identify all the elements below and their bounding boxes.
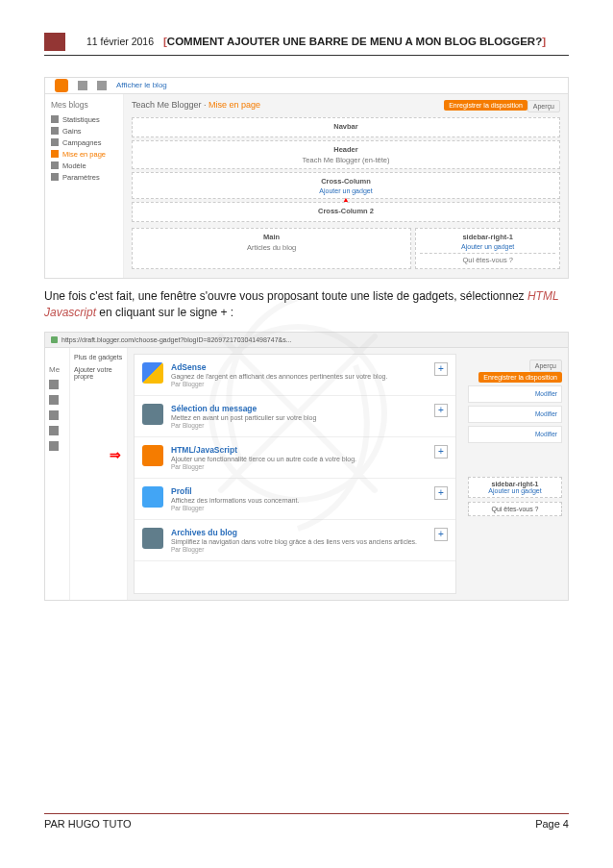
para-pre: Une fois c'est fait, une fenêtre s'ouvre… [44, 289, 527, 303]
add-gadget-link-side[interactable]: Ajouter un gadget [420, 243, 555, 250]
mini-icon-1[interactable] [49, 380, 59, 389]
gadget-desc: Affichez des informations vous concernan… [171, 496, 427, 505]
right-add-gadget[interactable]: Ajouter un gadget [472, 487, 558, 494]
breadcrumb: Teach Me Blogger · Mise en page Aperçu E… [132, 100, 560, 110]
breadcrumb-sep: · [204, 100, 207, 110]
preview-button-2[interactable]: Aperçu [529, 360, 562, 372]
gadget-desc: Ajouter une fonctionnalité tierce ou un … [171, 455, 427, 463]
blogger-main: Teach Me Blogger · Mise en page Aperçu E… [124, 94, 568, 278]
who-widget[interactable]: Qui êtes-vous ? [420, 253, 555, 264]
mini-icon-2[interactable] [49, 395, 59, 405]
blogger-sidebar: Mes blogs Statistiques Gains Campagnes M… [45, 94, 124, 278]
modify-row-3[interactable]: Modifier [468, 426, 562, 443]
mini-sidebar: Me [45, 348, 70, 600]
right-who-box[interactable]: Qui êtes-vous ? [468, 502, 562, 516]
template-icon [51, 161, 59, 169]
sidebar-item-earnings[interactable]: Gains [51, 127, 117, 136]
gadget-html-javascript[interactable]: ⇒ HTML/JavaScript Ajouter une fonctionna… [135, 437, 455, 479]
instruction-paragraph: Une fois c'est fait, une fenêtre s'ouvre… [44, 288, 569, 322]
html-js-icon [142, 445, 163, 466]
gadget-title: HTML/JavaScript [171, 445, 427, 455]
breadcrumb-page: Mise en page [208, 100, 260, 110]
me-label: Me [49, 365, 65, 374]
panel-more-gadgets[interactable]: Plus de gadgets [74, 354, 123, 360]
url-text: https://draft.blogger.com/choose-gadget?… [61, 336, 292, 343]
settings-icon [51, 173, 59, 181]
layout-navbar[interactable]: Navbar [132, 117, 560, 137]
gadget-title: Sélection du message [171, 404, 427, 413]
mini-icon-3[interactable] [49, 410, 59, 420]
list-icon [97, 81, 107, 90]
gadget-featured-post[interactable]: Sélection du message Mettez en avant un … [135, 396, 455, 437]
gadget-desc: Mettez en avant un post particulier sur … [171, 413, 427, 422]
header-title: [COMMENT AJOUTER UNE BARRE DE MENU A MON… [159, 33, 569, 51]
save-layout-button[interactable]: Enregistrer la disposition [444, 100, 527, 111]
preview-button[interactable]: Aperçu [527, 100, 560, 112]
gadget-by: Par Blogger [171, 505, 427, 511]
document-content: Afficher le blog Mes blogs Statistiques … [44, 56, 569, 813]
layout-cross-column-2[interactable]: Cross-Column 2 [132, 202, 560, 222]
gadget-title: AdSense [171, 362, 427, 372]
gadget-desc: Simplifiez la navigation dans votre blog… [171, 537, 427, 546]
archive-icon [142, 528, 163, 549]
gadget-desc: Gagnez de l'argent en affichant des anno… [171, 372, 427, 381]
right-sidebar-box[interactable]: sidebar-right-1 Ajouter un gadget [468, 477, 562, 498]
gadget-profile[interactable]: Profil Affichez des informations vous co… [135, 479, 455, 520]
header-date-box: 11 février 2016 [44, 33, 159, 51]
layout-sidebar-right[interactable]: sidebar-right-1 Ajouter un gadget Qui êt… [415, 228, 560, 269]
layout-header[interactable]: HeaderTeach Me Blogger (en-tête) [132, 140, 560, 169]
mini-icon-4[interactable] [49, 426, 59, 435]
profile-icon [142, 486, 163, 508]
featured-icon [142, 404, 163, 425]
stats-icon [51, 115, 59, 123]
mini-icon-5[interactable] [49, 441, 59, 451]
adsense-icon [142, 362, 163, 384]
layout-main[interactable]: MainArticles du blog [132, 228, 411, 269]
modify-row-2[interactable]: Modifier [468, 406, 562, 423]
pencil-icon [78, 81, 87, 90]
gadget-title: Profil [171, 486, 427, 496]
layout-editor: Navbar HeaderTeach Me Blogger (en-tête) … [132, 117, 560, 272]
view-blog-link[interactable]: Afficher le blog [116, 81, 167, 89]
footer-page: Page 4 [535, 818, 569, 830]
browser-address-bar: https://draft.blogger.com/choose-gadget?… [45, 333, 568, 348]
add-button[interactable]: + [434, 528, 448, 541]
layout-cross-column[interactable]: Cross-Column Ajouter un gadget ▲ [132, 172, 560, 199]
add-button[interactable]: + [434, 486, 448, 500]
layout-icon [51, 150, 59, 158]
sidebar-item-stats[interactable]: Statistiques [51, 115, 117, 124]
gadget-by: Par Blogger [171, 381, 427, 387]
blogger-logo-icon [55, 79, 68, 92]
gadget-by: Par Blogger [171, 546, 427, 553]
header-date: 11 février 2016 [44, 36, 159, 47]
blogger-body: Mes blogs Statistiques Gains Campagnes M… [45, 94, 568, 278]
document-page: 11 février 2016 [COMMENT AJOUTER UNE BAR… [0, 0, 613, 868]
para-post: en cliquant sur le signe + : [96, 306, 233, 319]
add-button[interactable]: + [434, 404, 448, 417]
sidebar-item-settings[interactable]: Paramètres [51, 173, 117, 182]
breadcrumb-blog[interactable]: Teach Me Blogger [132, 100, 202, 110]
add-button[interactable]: + [434, 362, 448, 376]
gadget-by: Par Blogger [171, 463, 427, 470]
screenshot-blogger-layout: Afficher le blog Mes blogs Statistiques … [44, 77, 569, 279]
panel-add-own[interactable]: Ajouter votre propre [74, 366, 123, 380]
earnings-icon [51, 127, 59, 135]
document-footer: PAR HUGO TUTO Page 4 [44, 813, 569, 830]
modify-row-1[interactable]: Modifier [468, 385, 562, 403]
gadget-category-panel: Plus de gadgets Ajouter votre propre [70, 348, 128, 600]
sidebar-item-campaigns[interactable]: Campagnes [51, 138, 117, 147]
gadget-title: Archives du blog [171, 528, 427, 537]
add-button[interactable]: + [434, 445, 448, 459]
gadget-by: Par Blogger [171, 422, 427, 429]
sidebar-item-layout[interactable]: Mise en page [51, 150, 117, 159]
save-button-2[interactable]: Enregistrer la disposition [478, 372, 562, 383]
lock-icon [51, 336, 58, 343]
sidebar-title: Mes blogs [51, 100, 117, 110]
sidebar-item-template[interactable]: Modèle [51, 161, 117, 170]
blogger-toolbar: Afficher le blog [45, 78, 568, 94]
document-header: 11 février 2016 [COMMENT AJOUTER UNE BAR… [44, 33, 569, 51]
footer-author: PAR HUGO TUTO [44, 818, 131, 830]
gadget-adsense[interactable]: AdSense Gagnez de l'argent en affichant … [135, 355, 455, 396]
bracket-close: ] [542, 36, 546, 47]
gadget-archives[interactable]: Archives du blog Simplifiez la navigatio… [135, 520, 455, 561]
